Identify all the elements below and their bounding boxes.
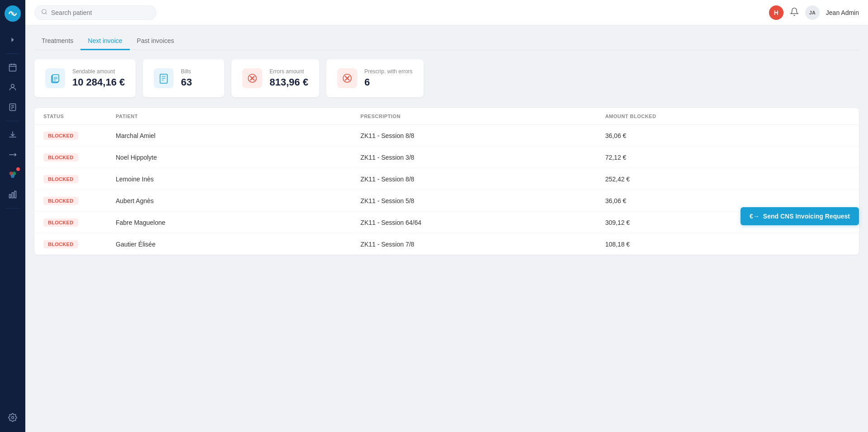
cell-amount: 72,12 €: [605, 154, 850, 161]
sidebar-item-patients[interactable]: [4, 78, 22, 96]
blocked-table: STATUS PATIENT PRESCRIPTION AMOUNT BLOCK…: [34, 108, 859, 255]
status-badge: BLOCKED: [43, 218, 78, 227]
table-header: STATUS PATIENT PRESCRIPTION AMOUNT BLOCK…: [34, 108, 859, 125]
sidebar-item-calendar[interactable]: [4, 58, 22, 76]
sidebar-item-billing[interactable]: [4, 98, 22, 116]
cell-prescription: ZK11 - Session 64/64: [360, 219, 605, 226]
sidebar-item-import[interactable]: [4, 126, 22, 144]
bills-icon: [154, 68, 174, 88]
col-header-patient: PATIENT: [116, 114, 360, 119]
cell-amount: 36,06 €: [605, 132, 850, 139]
tab-next-invoice[interactable]: Next invoice: [80, 33, 129, 50]
card-bills: Bills 63: [143, 59, 224, 97]
table-row[interactable]: BLOCKED Aubert Agnès ZK11 - Session 5/8 …: [34, 190, 859, 212]
table-row[interactable]: BLOCKED Fabre Maguelone ZK11 - Session 6…: [34, 212, 859, 233]
cell-amount: 252,42 €: [605, 176, 850, 183]
cell-amount: 36,06 €: [605, 197, 850, 204]
search-box[interactable]: [34, 5, 156, 20]
tab-bar: Treatments Next invoice Past invoices: [34, 25, 859, 50]
svg-point-1: [11, 12, 14, 15]
username-label: Jean Admin: [826, 9, 859, 16]
avatar: JA: [805, 5, 820, 20]
search-input[interactable]: [51, 9, 150, 16]
header-right: H JA Jean Admin: [769, 5, 859, 20]
error-icon: [242, 68, 262, 88]
sidebar-item-charts[interactable]: [4, 185, 22, 204]
header: H JA Jean Admin: [25, 0, 868, 25]
col-header-prescription: PRESCRIPTION: [360, 114, 605, 119]
table-row[interactable]: BLOCKED Noel Hippolyte ZK11 - Session 3/…: [34, 147, 859, 168]
summary-cards: Sendable amount 10 284,16 € Bills 63: [34, 59, 859, 97]
card-errors-amount-info: Errors amount 813,96 €: [269, 68, 308, 88]
sidebar-item-colors[interactable]: [4, 166, 22, 184]
col-header-status: STATUS: [43, 114, 116, 119]
content-area: Treatments Next invoice Past invoices Se…: [25, 25, 868, 432]
table-row[interactable]: BLOCKED Lemoine Inès ZK11 - Session 8/8 …: [34, 168, 859, 190]
tab-past-invoices[interactable]: Past invoices: [130, 33, 181, 50]
cell-prescription: ZK11 - Session 3/8: [360, 154, 605, 161]
col-header-amount: AMOUNT BLOCKED: [605, 114, 850, 119]
prescrip-error-icon: [337, 68, 357, 88]
card-sendable-amount: Sendable amount 10 284,16 €: [34, 59, 136, 97]
svg-rect-15: [12, 193, 13, 198]
svg-point-18: [42, 9, 46, 13]
sidebar-divider-1: [6, 53, 19, 54]
prescrip-errors-value: 6: [364, 76, 413, 88]
cell-prescription: ZK11 - Session 8/8: [360, 132, 605, 139]
status-badge: BLOCKED: [43, 197, 78, 205]
prescrip-errors-label: Prescrip. with errors: [364, 68, 413, 75]
notification-bell[interactable]: [790, 7, 799, 18]
svg-rect-20: [52, 75, 59, 82]
cell-patient: Marchal Amiel: [116, 132, 360, 139]
app-logo[interactable]: [5, 5, 21, 22]
card-bills-info: Bills 63: [181, 68, 192, 88]
cell-prescription: ZK11 - Session 7/8: [360, 241, 605, 248]
sidebar-divider-2: [6, 121, 19, 121]
send-button-arrow: €→: [750, 213, 760, 220]
card-prescrip-errors: Prescrip. with errors 6: [326, 59, 424, 97]
send-button-label: Send CNS Invoicing Request: [763, 213, 850, 220]
status-badge: BLOCKED: [43, 175, 78, 183]
cell-patient: Gautier Élisée: [116, 241, 360, 248]
h-badge: H: [769, 5, 783, 20]
bills-value: 63: [181, 76, 192, 88]
table-row[interactable]: BLOCKED Marchal Amiel ZK11 - Session 8/8…: [34, 125, 859, 147]
bills-label: Bills: [181, 68, 192, 75]
invoice-stack-icon: [45, 68, 65, 88]
sendable-amount-label: Sendable amount: [72, 68, 125, 75]
svg-rect-2: [9, 64, 16, 71]
cell-patient: Noel Hippolyte: [116, 154, 360, 161]
card-errors-amount: Errors amount 813,96 €: [231, 59, 319, 97]
status-badge: BLOCKED: [43, 240, 78, 248]
svg-rect-14: [9, 195, 11, 198]
status-badge: BLOCKED: [43, 153, 78, 161]
card-sendable-amount-info: Sendable amount 10 284,16 €: [72, 68, 125, 88]
sendable-amount-value: 10 284,16 €: [72, 76, 125, 88]
svg-point-17: [12, 417, 14, 419]
status-badge: BLOCKED: [43, 132, 78, 140]
search-icon: [41, 9, 47, 17]
cell-patient: Fabre Maguelone: [116, 219, 360, 226]
send-cns-button[interactable]: €→ Send CNS Invoicing Request: [741, 207, 859, 225]
sidebar-expand[interactable]: [4, 31, 22, 49]
tab-treatments[interactable]: Treatments: [34, 33, 80, 50]
sidebar-navigation: [4, 31, 22, 427]
table-row[interactable]: BLOCKED Gautier Élisée ZK11 - Session 7/…: [34, 233, 859, 255]
cell-patient: Lemoine Inès: [116, 176, 360, 183]
sidebar-divider-3: [6, 208, 19, 209]
cell-prescription: ZK11 - Session 8/8: [360, 176, 605, 183]
sidebar-item-transfer[interactable]: [4, 146, 22, 164]
cell-amount: 108,18 €: [605, 241, 850, 248]
cell-prescription: ZK11 - Session 5/8: [360, 197, 605, 204]
sidebar-item-settings[interactable]: [4, 408, 22, 427]
svg-point-13: [11, 174, 14, 178]
svg-point-6: [11, 84, 14, 87]
sidebar-badge: [16, 167, 20, 171]
svg-rect-16: [14, 191, 16, 198]
svg-rect-24: [160, 74, 167, 83]
errors-amount-label: Errors amount: [269, 68, 308, 75]
card-prescrip-errors-info: Prescrip. with errors 6: [364, 68, 413, 88]
errors-amount-value: 813,96 €: [269, 76, 308, 88]
cell-patient: Aubert Agnès: [116, 197, 360, 204]
sidebar: [0, 0, 25, 432]
